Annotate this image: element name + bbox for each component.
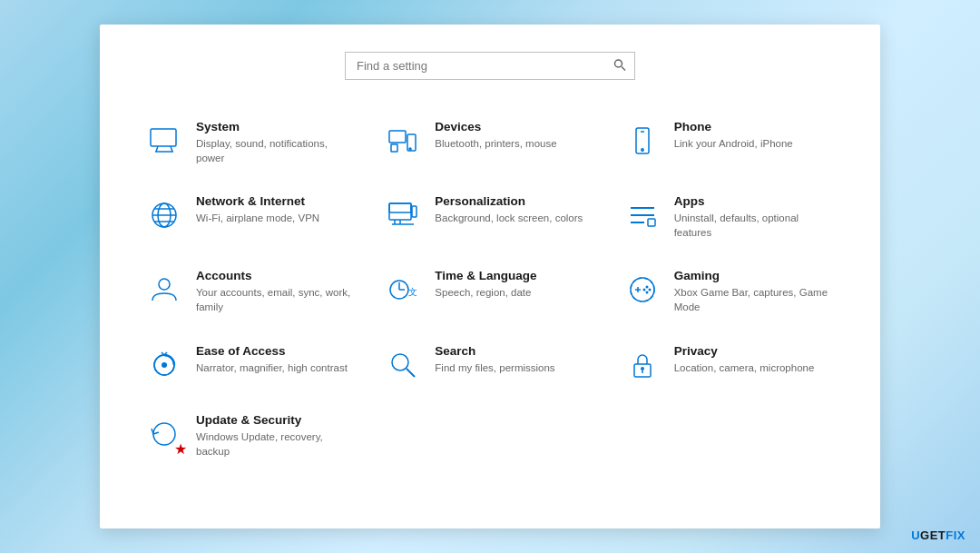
system-desc: Display, sound, notifications, power — [196, 136, 357, 165]
badge-fix: FIX — [946, 528, 965, 542]
update-text: Update & Security Windows Update, recove… — [196, 413, 357, 459]
search-settings-icon — [384, 346, 422, 384]
svg-line-46 — [407, 369, 415, 377]
time-icon: 文 — [384, 271, 422, 309]
accounts-title: Accounts — [196, 269, 357, 282]
badge-u: U — [911, 528, 920, 542]
personalization-text: Personalization Background, lock screen,… — [435, 194, 583, 225]
svg-rect-19 — [389, 203, 411, 212]
settings-item-gaming[interactable]: Gaming Xbox Game Bar, captures, Game Mod… — [614, 256, 844, 327]
personalization-icon — [384, 196, 422, 234]
apps-title: Apps — [674, 194, 835, 208]
search-settings-title: Search — [435, 344, 554, 358]
svg-point-12 — [641, 149, 642, 151]
svg-point-37 — [645, 286, 648, 289]
settings-item-phone[interactable]: Phone Link your Android, iPhone — [614, 107, 844, 178]
ugetfix-badge: UGETFIX — [911, 528, 965, 542]
search-container — [345, 52, 635, 80]
svg-point-48 — [641, 367, 644, 370]
svg-rect-8 — [391, 144, 397, 152]
settings-item-apps[interactable]: Apps Uninstall, defaults, optional featu… — [614, 182, 844, 252]
devices-text: Devices Bluetooth, printers, mouse — [435, 120, 556, 151]
svg-point-28 — [159, 279, 170, 290]
gaming-desc: Xbox Game Bar, captures, Game Mode — [674, 285, 835, 314]
personalization-title: Personalization — [435, 194, 583, 208]
search-settings-desc: Find my files, permissions — [435, 360, 554, 375]
search-text: Search Find my files, permissions — [435, 344, 554, 375]
settings-item-personalization[interactable]: Personalization Background, lock screen,… — [375, 182, 604, 252]
phone-icon — [623, 122, 662, 160]
privacy-desc: Location, camera, microphone — [674, 360, 815, 375]
svg-point-42 — [162, 362, 167, 368]
settings-item-update[interactable]: ★ Update & Security Windows Update, reco… — [136, 400, 366, 471]
svg-line-3 — [156, 146, 158, 152]
time-desc: Speech, region, date — [435, 285, 536, 300]
accounts-text: Accounts Your accounts, email, sync, wor… — [196, 269, 357, 314]
search-input[interactable] — [345, 52, 635, 80]
ease-desc: Narrator, magnifier, high contrast — [196, 360, 348, 375]
settings-item-system[interactable]: System Display, sound, notifications, po… — [136, 107, 366, 178]
settings-item-devices[interactable]: Devices Bluetooth, printers, mouse — [375, 107, 604, 178]
system-icon — [145, 122, 183, 160]
svg-rect-27 — [648, 219, 655, 226]
phone-desc: Link your Android, iPhone — [674, 136, 793, 151]
gaming-icon — [623, 271, 662, 309]
svg-rect-20 — [412, 206, 416, 217]
update-title: Update & Security — [196, 413, 357, 427]
personalization-desc: Background, lock screen, colors — [435, 211, 583, 225]
svg-point-45 — [392, 354, 408, 370]
devices-icon — [384, 122, 422, 160]
system-text: System Display, sound, notifications, po… — [196, 120, 357, 165]
devices-title: Devices — [435, 120, 556, 133]
devices-desc: Bluetooth, printers, mouse — [435, 136, 556, 151]
settings-item-time[interactable]: 文 Time & Language Speech, region, date — [375, 256, 604, 327]
network-title: Network & Internet — [196, 194, 319, 208]
accounts-icon — [145, 271, 183, 309]
system-title: System — [196, 120, 357, 133]
time-text: Time & Language Speech, region, date — [435, 269, 536, 300]
update-desc: Windows Update, recovery, backup — [196, 430, 357, 459]
update-icon: ★ — [145, 415, 183, 453]
svg-line-1 — [622, 66, 625, 70]
settings-item-search[interactable]: Search Find my files, permissions — [375, 331, 604, 397]
network-icon — [145, 196, 183, 234]
privacy-title: Privacy — [674, 344, 815, 358]
ease-text: Ease of Access Narrator, magnifier, high… — [196, 344, 348, 375]
gaming-text: Gaming Xbox Game Bar, captures, Game Mod… — [674, 269, 835, 314]
settings-grid: System Display, sound, notifications, po… — [136, 107, 844, 471]
apps-desc: Uninstall, defaults, optional features — [674, 211, 835, 240]
svg-rect-18 — [389, 203, 411, 220]
svg-point-0 — [615, 60, 622, 67]
privacy-text: Privacy Location, camera, microphone — [674, 344, 815, 375]
network-desc: Wi-Fi, airplane mode, VPN — [196, 211, 319, 225]
svg-text:文: 文 — [408, 287, 417, 297]
svg-point-39 — [645, 291, 648, 294]
settings-item-network[interactable]: Network & Internet Wi-Fi, airplane mode,… — [136, 182, 366, 252]
svg-line-4 — [171, 146, 172, 152]
svg-point-40 — [642, 289, 645, 291]
settings-item-accounts[interactable]: Accounts Your accounts, email, sync, wor… — [136, 256, 366, 327]
network-text: Network & Internet Wi-Fi, airplane mode,… — [196, 194, 319, 225]
ease-title: Ease of Access — [196, 344, 348, 358]
settings-item-ease[interactable]: Ease of Access Narrator, magnifier, high… — [136, 331, 366, 397]
time-title: Time & Language — [435, 269, 536, 282]
phone-text: Phone Link your Android, iPhone — [674, 120, 793, 151]
phone-title: Phone — [674, 120, 793, 133]
svg-point-9 — [409, 148, 411, 150]
svg-rect-2 — [151, 129, 176, 146]
settings-window: System Display, sound, notifications, po… — [100, 25, 880, 528]
star-badge-icon: ★ — [174, 442, 187, 457]
badge-get: GET — [920, 528, 946, 542]
search-icon — [613, 58, 626, 74]
svg-rect-6 — [389, 131, 406, 143]
apps-text: Apps Uninstall, defaults, optional featu… — [674, 194, 835, 240]
accounts-desc: Your accounts, email, sync, work, family — [196, 285, 357, 314]
privacy-icon — [623, 346, 662, 384]
gaming-title: Gaming — [674, 269, 835, 282]
ease-icon — [145, 346, 183, 384]
settings-item-privacy[interactable]: Privacy Location, camera, microphone — [614, 331, 844, 397]
apps-icon — [623, 196, 662, 234]
svg-point-38 — [648, 289, 651, 291]
